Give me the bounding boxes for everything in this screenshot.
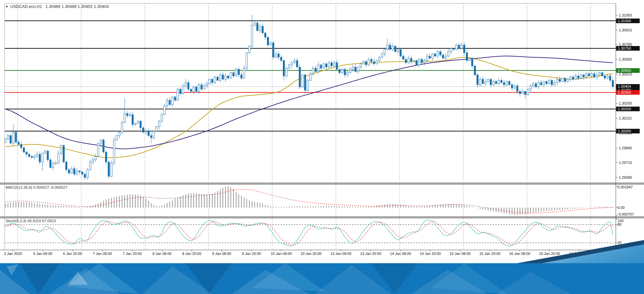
- macd-axis-label: 0.001847: [617, 185, 633, 189]
- price-level-badge: 1.30350: [616, 90, 640, 95]
- price-level-badge: 1.30404: [616, 84, 640, 89]
- macd-indicator-label: MACD(12,26,9) 0.000027 -0.000027: [6, 185, 67, 189]
- price-level-badge: 1.30200: [616, 107, 640, 111]
- stoch-axis-label: 80: [617, 222, 621, 227]
- macd-axis-label: -0.000707: [617, 212, 634, 217]
- macd-axis-label: 0.00: [617, 206, 624, 210]
- price-axis-label: 1.29580: [619, 175, 632, 180]
- price-axis-label: 1.31050: [619, 13, 632, 18]
- price-axis-label: 1.29715: [619, 161, 632, 165]
- price-axis-label: 1.30915: [619, 28, 632, 32]
- chart-title: ▼USDCAD.ecn,H11.30489 1.30489 1.30402 1.…: [5, 4, 109, 9]
- footer-graphic: [0, 238, 644, 294]
- stoch-indicator-label: Stoch(5,3,3) 45.9119 67.0523: [6, 219, 56, 223]
- price-level-badge: 1.31000: [616, 19, 640, 23]
- price-axis-label: 1.30515: [619, 72, 632, 76]
- candles-layer: [5, 23, 614, 177]
- price-axis-label: 1.30650: [619, 57, 632, 62]
- price-axis-label: 1.30115: [619, 116, 632, 121]
- price-axis-label: 1.29845: [619, 146, 632, 150]
- symbol-timeframe-label: USDCAD.ecn,H1: [10, 4, 42, 9]
- price-level-badge: 1.30750: [616, 46, 640, 51]
- price-level-badge: 1.30000: [616, 129, 640, 133]
- price-level-badge: 1.30550: [616, 68, 640, 73]
- ohlc-values: 1.30489 1.30489 1.30402 1.30404: [45, 4, 109, 9]
- collapse-arrow-icon: ▼: [5, 5, 8, 8]
- price-axis-label: 1.30250: [619, 101, 632, 106]
- candle-wicks: [5, 15, 613, 179]
- footer-banner: Justforex JUST COMFORTABLE TRADING: [0, 238, 644, 294]
